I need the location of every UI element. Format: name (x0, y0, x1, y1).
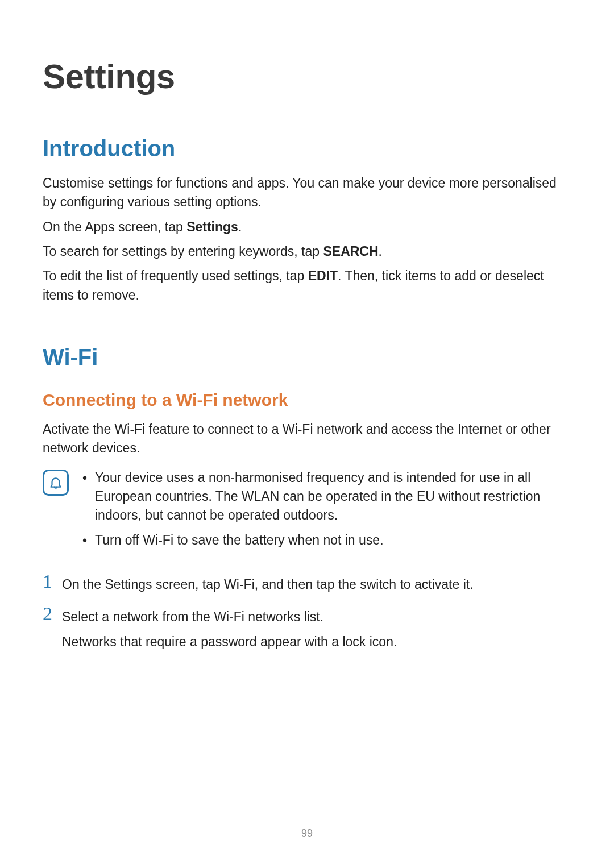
step-2-body: Select a network from the Wi-Fi networks… (62, 604, 571, 651)
text: On the Settings screen, tap (62, 577, 224, 592)
page-number: 99 (0, 828, 614, 840)
page-title: Settings (43, 57, 571, 96)
bold-edit: EDIT (308, 268, 338, 283)
intro-paragraph-1: Customise settings for functions and app… (43, 174, 571, 212)
note-bell-icon (43, 470, 69, 496)
note-bullet-1-text: Your device uses a non-harmonised freque… (95, 468, 571, 525)
bold-settings: Settings (186, 219, 238, 234)
text: To edit the list of frequently used sett… (43, 268, 308, 283)
intro-paragraph-4: To edit the list of frequently used sett… (43, 267, 571, 305)
wifi-paragraph-1: Activate the Wi-Fi feature to connect to… (43, 420, 571, 458)
section-heading-wifi: Wi-Fi (43, 344, 571, 370)
bold-wifi: Wi-Fi (224, 577, 255, 592)
step-1: 1 On the Settings screen, tap Wi-Fi, and… (43, 572, 571, 594)
step-number-2: 2 (43, 604, 62, 624)
bullet-icon: • (82, 468, 95, 488)
bullet-icon: • (82, 531, 95, 550)
text: . (238, 219, 242, 234)
text: To search for settings by entering keywo… (43, 244, 323, 259)
intro-paragraph-3: To search for settings by entering keywo… (43, 242, 571, 261)
note-block: • Your device uses a non-harmonised freq… (43, 468, 571, 556)
page: Settings Introduction Customise settings… (0, 0, 614, 868)
subsection-heading-connecting: Connecting to a Wi-Fi network (43, 391, 571, 410)
note-bullet-2: • Turn off Wi-Fi to save the battery whe… (82, 531, 571, 550)
section-heading-introduction: Introduction (43, 136, 571, 161)
text: On the Apps screen, tap (43, 219, 186, 234)
step-2: 2 Select a network from the Wi-Fi networ… (43, 604, 571, 651)
note-bullet-1: • Your device uses a non-harmonised freq… (82, 468, 571, 525)
step-2-text: Select a network from the Wi-Fi networks… (62, 608, 571, 626)
steps-list: 1 On the Settings screen, tap Wi-Fi, and… (43, 572, 571, 651)
text: . (379, 244, 382, 259)
text: , and then tap the switch to activate it… (255, 577, 474, 592)
step-number-1: 1 (43, 572, 62, 591)
step-2-subtext: Networks that require a password appear … (62, 633, 571, 651)
note-icon-wrap (43, 468, 82, 496)
note-list: • Your device uses a non-harmonised freq… (82, 468, 571, 556)
note-bullet-2-text: Turn off Wi-Fi to save the battery when … (95, 531, 571, 550)
intro-paragraph-2: On the Apps screen, tap Settings. (43, 218, 571, 236)
bold-search: SEARCH (323, 244, 378, 259)
step-1-body: On the Settings screen, tap Wi-Fi, and t… (62, 572, 571, 594)
